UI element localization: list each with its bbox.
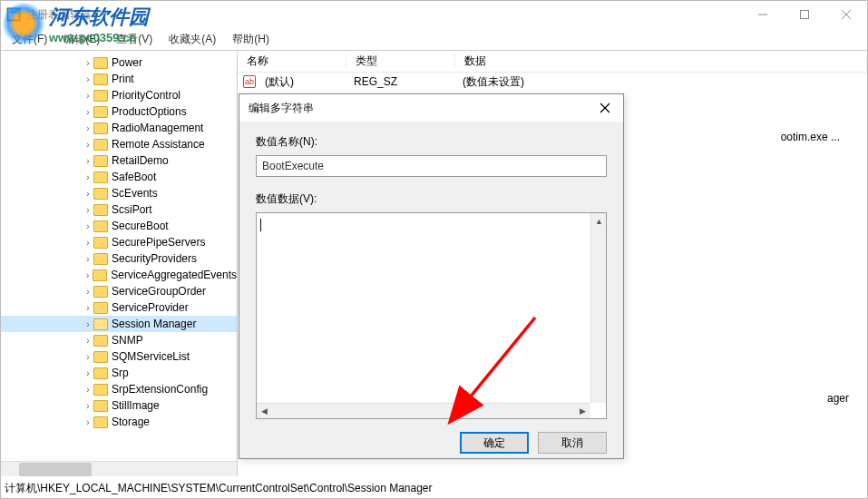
col-data[interactable]: 数据: [455, 54, 867, 69]
titlebar: 注册表编辑器: [1, 1, 867, 28]
value-name-input[interactable]: [256, 155, 607, 177]
chevron-right-icon[interactable]: ›: [83, 270, 93, 280]
chevron-right-icon[interactable]: ›: [83, 58, 93, 68]
maximize-button[interactable]: [784, 1, 825, 28]
tree-item[interactable]: ›ProductOptions: [1, 103, 237, 120]
tree-item[interactable]: ›StillImage: [1, 397, 237, 414]
tree-item-label: Session Manager: [112, 318, 196, 330]
dialog-close-button[interactable]: [590, 97, 619, 119]
chevron-right-icon[interactable]: ›: [83, 123, 93, 133]
text-caret: [260, 219, 261, 231]
menu-help[interactable]: 帮助(H): [227, 30, 275, 49]
folder-icon: [93, 318, 108, 330]
chevron-right-icon[interactable]: ›: [83, 417, 93, 427]
tree-item[interactable]: ›ServiceAggregatedEvents: [1, 267, 237, 283]
tree-item[interactable]: ›Remote Assistance: [1, 136, 237, 152]
chevron-right-icon[interactable]: ›: [83, 401, 93, 411]
tree-item[interactable]: ›Session Manager: [1, 316, 237, 332]
folder-icon: [93, 302, 108, 314]
tree-item-label: SecurityProviders: [112, 252, 197, 265]
scroll-left-arrow[interactable]: ◀: [257, 404, 272, 419]
tree-item-label: Storage: [112, 416, 150, 428]
tree-item-label: SafeBoot: [112, 171, 156, 183]
chevron-right-icon[interactable]: ›: [83, 385, 93, 395]
list-header: 名称 类型 数据: [238, 51, 867, 73]
tree-scrollbar-horizontal[interactable]: [1, 461, 237, 476]
cancel-button[interactable]: 取消: [538, 432, 607, 454]
list-row[interactable]: ab (默认) REG_SZ (数值未设置): [238, 73, 867, 91]
tree-item[interactable]: ›SecurePipeServers: [1, 234, 237, 250]
ok-button[interactable]: 确定: [460, 432, 529, 454]
menu-edit[interactable]: 编辑(E): [58, 30, 105, 49]
tree-item[interactable]: ›ScEvents: [1, 185, 237, 201]
chevron-right-icon[interactable]: ›: [83, 352, 93, 362]
folder-icon: [93, 171, 108, 183]
tree-item[interactable]: ›Storage: [1, 414, 237, 430]
col-name[interactable]: 名称: [238, 54, 346, 69]
chevron-right-icon[interactable]: ›: [83, 221, 93, 231]
tree-item-label: RadioManagement: [112, 122, 203, 134]
tree-item[interactable]: ›ScsiPort: [1, 201, 237, 218]
chevron-right-icon[interactable]: ›: [83, 336, 93, 346]
chevron-right-icon[interactable]: ›: [83, 319, 93, 329]
scrollbar-thumb[interactable]: [19, 463, 92, 476]
tree[interactable]: ›Power›Print›PriorityControl›ProductOpti…: [1, 51, 237, 434]
tree-item[interactable]: ›ServiceProvider: [1, 299, 237, 316]
menu-favorites[interactable]: 收藏夹(A): [163, 30, 221, 49]
tree-item-label: ServiceAggregatedEvents: [111, 269, 237, 281]
tree-item[interactable]: ›RadioManagement: [1, 120, 237, 136]
tree-item[interactable]: ›SafeBoot: [1, 169, 237, 185]
tree-item-label: SQMServiceList: [112, 350, 190, 363]
scroll-up-arrow[interactable]: ▲: [591, 213, 607, 229]
tree-item[interactable]: ›Print: [1, 71, 237, 87]
chevron-right-icon[interactable]: ›: [83, 156, 93, 166]
window-controls: [742, 1, 867, 28]
tree-item[interactable]: ›SrpExtensionConfig: [1, 381, 237, 397]
dialog-titlebar[interactable]: 编辑多字符串: [239, 94, 623, 122]
tree-item[interactable]: ›Srp: [1, 365, 237, 381]
tree-item-label: RetailDemo: [112, 154, 169, 167]
chevron-right-icon[interactable]: ›: [83, 189, 93, 199]
folder-icon: [93, 351, 108, 363]
folder-icon: [93, 286, 108, 298]
edit-multistring-dialog: 编辑多字符串 数值名称(N): 数值数据(V): ▲ ◀ ▶ 确定 取消: [239, 93, 624, 459]
svg-rect-1: [9, 14, 18, 19]
scroll-right-arrow[interactable]: ▶: [575, 404, 590, 419]
textarea-scrollbar-vertical[interactable]: ▲: [590, 213, 606, 403]
value-data-textarea[interactable]: ▲ ◀ ▶: [256, 212, 607, 419]
cell-type: REG_SZ: [345, 75, 454, 88]
partial-text-2: ager: [827, 392, 849, 405]
chevron-right-icon[interactable]: ›: [83, 140, 93, 150]
tree-item[interactable]: ›SQMServiceList: [1, 348, 237, 365]
chevron-right-icon[interactable]: ›: [83, 303, 93, 313]
tree-item-label: ScsiPort: [112, 203, 152, 216]
chevron-right-icon[interactable]: ›: [83, 172, 93, 182]
tree-item[interactable]: ›PriorityControl: [1, 87, 237, 103]
menu-view[interactable]: 查看(V): [111, 30, 158, 49]
tree-item[interactable]: ›ServiceGroupOrder: [1, 283, 237, 299]
tree-item[interactable]: ›SecureBoot: [1, 218, 237, 234]
chevron-right-icon[interactable]: ›: [83, 287, 93, 297]
folder-icon: [93, 90, 108, 102]
folder-icon: [93, 122, 108, 134]
tree-item[interactable]: ›RetailDemo: [1, 152, 237, 169]
chevron-right-icon[interactable]: ›: [83, 254, 93, 264]
folder-icon: [93, 204, 108, 216]
tree-item[interactable]: ›SNMP: [1, 332, 237, 348]
statusbar: 计算机\HKEY_LOCAL_MACHINE\SYSTEM\CurrentCon…: [5, 481, 433, 496]
chevron-right-icon[interactable]: ›: [83, 74, 93, 84]
close-button[interactable]: [825, 1, 867, 28]
chevron-right-icon[interactable]: ›: [83, 107, 93, 117]
chevron-right-icon[interactable]: ›: [83, 368, 93, 378]
menu-file[interactable]: 文件(F): [6, 30, 53, 49]
tree-item-label: ProductOptions: [112, 105, 187, 118]
textarea-scrollbar-horizontal[interactable]: ◀ ▶: [257, 403, 590, 418]
chevron-right-icon[interactable]: ›: [83, 91, 93, 101]
chevron-right-icon[interactable]: ›: [83, 205, 93, 215]
tree-item[interactable]: ›SecurityProviders: [1, 250, 237, 267]
chevron-right-icon[interactable]: ›: [83, 238, 93, 248]
col-type[interactable]: 类型: [346, 54, 455, 69]
value-name-label: 数值名称(N):: [256, 134, 607, 150]
minimize-button[interactable]: [742, 1, 784, 28]
tree-item[interactable]: ›Power: [1, 54, 237, 71]
